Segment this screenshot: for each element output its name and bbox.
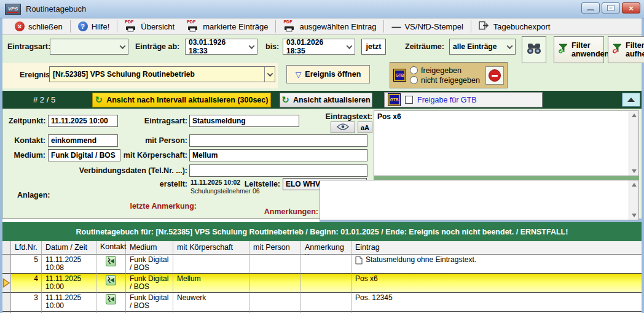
date-to-combo[interactable]: 03.01.2026 18:35 [283, 39, 355, 55]
refresh-icon: ↻ [281, 96, 289, 105]
cell-medium: Funk Digital / BOS [126, 274, 173, 293]
header-person[interactable]: mit Person [249, 241, 301, 255]
eye-icon [337, 123, 349, 131]
cell-person [249, 274, 301, 293]
event-combo[interactable]: [Nr.52385] VPS Schulung Routinebetrieb [49, 66, 275, 82]
help-button[interactable]: ? Hilfe! [72, 19, 116, 34]
eintragsart-filter-combo[interactable] [50, 39, 128, 55]
open-event-button[interactable]: ▽ Ereignis öffnen [286, 65, 370, 83]
anmerkungen-scrollbar[interactable] [629, 180, 638, 220]
anlagen-label: Anlagen: [17, 191, 50, 199]
header-gutter [2, 241, 11, 255]
close-dialog-label: schließen [28, 22, 63, 31]
not-released-radio-row[interactable]: nicht freigegeben [410, 76, 480, 85]
date-from-combo[interactable]: 03.01.1926 18:33 [185, 39, 257, 55]
chevron-down-icon[interactable] [264, 67, 275, 82]
cell-lfdnr: 3 [11, 293, 42, 312]
minimize-button[interactable] [581, 2, 600, 14]
chevron-down-icon[interactable] [246, 39, 257, 54]
row-gutter-pointer[interactable] [2, 274, 11, 293]
leitstelle-label: Leitstelle: [240, 180, 280, 188]
clear-filter-button[interactable]: Filterung aufheben [608, 36, 644, 63]
interval-refresh-button[interactable]: ↻ Ansicht nach Intervall aktualisieren (… [92, 93, 271, 107]
now-button[interactable]: jetzt [361, 39, 386, 55]
person-field[interactable] [189, 134, 367, 147]
header-eintrag[interactable]: Eintrag [351, 241, 642, 255]
open-event-label: Ereignis öffnen [305, 70, 361, 79]
logbook-export-button[interactable]: Tagebuchexport [473, 19, 557, 34]
eintragstext-label: Eintragstext: [324, 112, 372, 121]
row-gutter[interactable] [2, 255, 11, 274]
gtb-release-checkbox[interactable] [405, 96, 413, 104]
cell-kontakt [96, 274, 126, 293]
help-icon: ? [78, 21, 88, 31]
table-row-selected[interactable]: 4 11.11.202510:00 Funk Digital / BOS Mel… [2, 274, 642, 293]
header-datum-zeit[interactable]: Datum / Zeit [42, 241, 96, 255]
search-button[interactable] [522, 36, 546, 63]
pdf-print-icon: PDF [125, 20, 137, 33]
entries-table: Lfd.Nr. Datum / Zeit Kontakt Medium mit … [2, 241, 642, 313]
open-triangle-icon: ▽ [296, 70, 302, 79]
eintragsart-field[interactable]: Statusmeldung [189, 115, 299, 127]
close-window-button[interactable]: × [622, 2, 640, 14]
chevron-down-icon[interactable] [117, 39, 128, 54]
app-logo-icon: VPS [5, 4, 21, 15]
chevron-up-icon [627, 98, 635, 102]
header-kontakt[interactable]: Kontakt [96, 241, 126, 255]
eintragstext-scrollbar[interactable] [629, 111, 638, 176]
close-icon: × [629, 4, 634, 12]
row-gutter[interactable] [2, 293, 11, 312]
released-radio[interactable] [410, 66, 418, 74]
toolbar-separator [117, 20, 117, 33]
block-release-button[interactable] [485, 66, 504, 85]
logbook-export-label: Tagebuchexport [493, 22, 551, 31]
header-anmerkung[interactable]: Anmerkung v. [301, 241, 351, 255]
pdf-selected-entry-label: ausgewählten Eintrag [299, 22, 376, 31]
anmerkungen-textarea[interactable] [320, 180, 639, 220]
refresh-icon: ↻ [95, 96, 103, 105]
apply-filter-button[interactable]: Filter anwenden [554, 36, 604, 63]
pdf-overview-button[interactable]: PDF Übersicht [119, 19, 181, 34]
released-label: freigegeben [421, 66, 461, 75]
person-label: mit Person: [123, 136, 187, 145]
verbindungsdaten-field[interactable] [189, 164, 367, 177]
kontakt-field[interactable]: einkommend [48, 134, 118, 147]
clear-filter-label: Filterung aufheben [626, 41, 644, 58]
zeitpunkt-field[interactable]: 11.11.2025 10:00 [48, 115, 118, 127]
chevron-down-icon[interactable] [344, 39, 355, 54]
zeitraeume-combo[interactable]: alle Einträge [449, 39, 516, 55]
close-red-icon: × [15, 21, 25, 31]
header-medium[interactable]: Medium [126, 241, 173, 255]
font-size-button[interactable]: aA [358, 122, 372, 133]
toolbar-separator [471, 20, 471, 33]
cell-anmerkung [301, 293, 351, 312]
eintragstext-textarea[interactable]: Pos x6 [374, 110, 639, 176]
cell-kontakt [96, 293, 126, 312]
koerperschaft-label: mit Körperschaft: [114, 151, 187, 160]
preview-button[interactable] [331, 122, 355, 133]
maximize-button[interactable] [602, 2, 620, 14]
chevron-down-icon[interactable] [505, 39, 515, 54]
not-released-radio[interactable] [410, 76, 418, 84]
close-dialog-button[interactable]: × schließen [9, 19, 69, 34]
collapse-panel-button[interactable] [622, 93, 640, 107]
vs-nfd-stamp-button[interactable]: — VS/NfD-Stempel [385, 19, 469, 34]
cell-medium: Funk Digital / BOS [126, 255, 173, 274]
cell-koerperschaft: Mellum [173, 274, 249, 293]
header-koerperschaft[interactable]: mit Körperschaft [173, 241, 249, 255]
koerperschaft-field[interactable]: Mellum [189, 149, 367, 161]
pdf-print-icon: PDF [283, 20, 296, 33]
table-row[interactable]: 3 11.11.202510:00 Funk Digital / BOS Neu… [2, 293, 642, 312]
verbindungsdaten-label: Verbindungsdaten (Tel.Nr. ...): [68, 166, 187, 175]
pdf-selected-entry-button[interactable]: PDF ausgewählten Eintrag [277, 19, 382, 34]
filter-panel: Eintragsart: Einträge ab: 03.01.1926 18:… [2, 35, 642, 91]
cell-person [249, 293, 301, 312]
refresh-view-button[interactable]: ↻ Ansicht aktualisieren [280, 93, 372, 107]
vs-nfd-stamp-label: VS/NfD-Stempel [404, 22, 463, 31]
table-row[interactable]: 5 11.11.202510:08 Funk Digital / BOS Sta… [2, 255, 642, 274]
header-lfdnr[interactable]: Lfd.Nr. [11, 241, 42, 255]
cell-lfdnr: 5 [11, 255, 42, 274]
medium-field[interactable]: Funk Digital / BOS [48, 149, 120, 161]
released-radio-row[interactable]: freigegeben [410, 66, 480, 75]
pdf-marked-entries-button[interactable]: PDF markierte Einträge [181, 19, 274, 34]
